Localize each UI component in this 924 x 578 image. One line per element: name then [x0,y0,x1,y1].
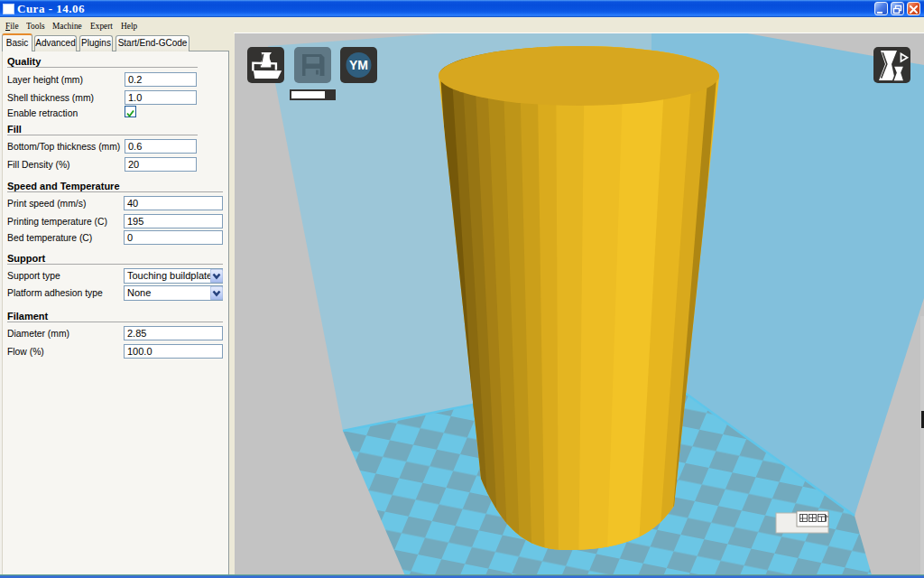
svg-text:YM: YM [349,58,368,72]
